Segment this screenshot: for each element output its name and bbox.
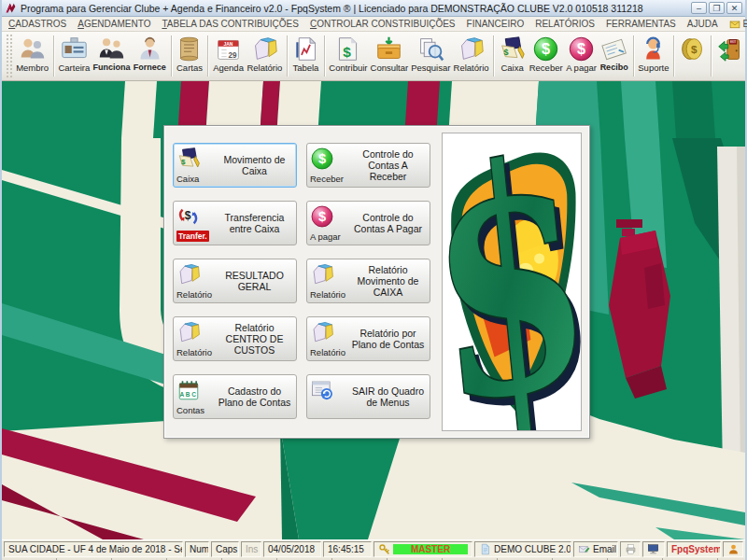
dollar-shield-art: $ $ xyxy=(443,133,581,430)
dialog-button-relatorio-movimento-caixa[interactable]: RelatórioRelatório Movimento de CAIXA xyxy=(306,259,430,303)
dialog-button-label: Relatório CENTRO DE CUSTOS xyxy=(216,319,293,358)
staff-icon xyxy=(98,34,125,63)
toolbar-separator xyxy=(673,35,674,77)
svg-text:$: $ xyxy=(577,40,585,57)
dialog-button-contas-a-pagar[interactable]: $A pagarControle do Contas A Pagar xyxy=(306,201,430,245)
status-city-date-text: SUA CIDADE - UF 4 de Maio de 2018 - Sext… xyxy=(8,544,183,554)
menu-item-ferramentas[interactable]: FERRAMENTAS xyxy=(601,17,681,31)
toolbar-button-caixa[interactable]: $Caixa xyxy=(497,32,528,80)
desktop-background: $CaixaMovimento de Caixa$ReceberControle… xyxy=(2,81,745,539)
toolbar-button-tabela[interactable]: Tabela xyxy=(290,32,321,80)
abc-calendar-icon: ABC xyxy=(176,378,201,402)
toolbar-button-moeda[interactable]: $ xyxy=(677,32,708,80)
titlebar: Programa para Gerenciar Clube + Agenda e… xyxy=(2,0,745,17)
dialog-button-caption: Relatório xyxy=(310,348,345,357)
toolbar-button-pesquisar[interactable]: Pesquisar xyxy=(410,32,452,80)
menu-item-relatorios[interactable]: RELATÓRIOS xyxy=(530,17,599,31)
menu-item-ajuda[interactable]: AJUDA xyxy=(683,17,723,31)
toolbar-button-suporte[interactable]: Suporte xyxy=(636,32,670,80)
toolbar-button-agenda[interactable]: JAN29Agenda xyxy=(211,32,245,80)
menu-item-label: FERRAMENTAS xyxy=(606,19,676,29)
status-client-name: DEMO CLUBE 2.0 xyxy=(474,541,571,557)
app-logo-icon xyxy=(5,2,17,14)
people-icon xyxy=(19,34,46,63)
menu-item-tabela-das-contribuicoes[interactable]: TABELA DAS CONTRIBUIÇÕES xyxy=(157,17,303,31)
toolbar-button-funciona[interactable]: Funciona xyxy=(92,32,132,80)
keys-icon xyxy=(378,543,390,555)
svg-text:ABC: ABC xyxy=(180,391,198,398)
toolbar-button-receber[interactable]: $Receber xyxy=(528,32,564,80)
toolbar-button-carteira[interactable]: Carteira xyxy=(57,32,92,80)
toolbar-button-relatorio-contrib[interactable]: Relatório xyxy=(452,32,490,80)
dialog-button-caption: Relatório xyxy=(176,290,212,300)
menu-item-email[interactable]: E-MAIL xyxy=(725,17,747,31)
dialog-button-contas-a-receber[interactable]: $ReceberControle do Contas A Receber xyxy=(306,143,430,188)
dialog-button-icon-area: $A pagar xyxy=(310,203,347,243)
toolbar-button-a-pagar[interactable]: $A pagar xyxy=(564,32,598,80)
toolbar-button-membro[interactable]: Membro xyxy=(14,32,49,80)
status-time: 16:45:15 xyxy=(323,541,372,557)
toolbar-separator xyxy=(207,35,208,77)
coin-icon: $ xyxy=(679,34,706,63)
transfer-icon: $ xyxy=(176,204,201,229)
dialog-button-grid: $CaixaMovimento de Caixa$ReceberControle… xyxy=(173,143,430,419)
toolbar-separator xyxy=(711,35,712,77)
status-brand-text: FpqSystem xyxy=(671,544,721,554)
support-icon xyxy=(640,34,667,63)
restore-button[interactable]: ❐ xyxy=(709,2,725,14)
toolbar-button-label: Agenda xyxy=(213,63,244,73)
dialog-button-sair-quadro-menus[interactable]: SAIR do Quadro de Menus xyxy=(306,374,430,419)
toolbar-button-label: A pagar xyxy=(566,63,597,73)
toolbar-button-label: Membro xyxy=(16,63,49,73)
toolbar-button-cartas[interactable]: Cartas xyxy=(175,32,205,80)
dialog-button-icon-area: Relatório xyxy=(310,261,347,301)
toolbar-button-label: Pesquisar xyxy=(411,63,450,73)
toolbar-button-label: Suporte xyxy=(638,63,669,73)
menu-item-cadastros[interactable]: CADASTROS xyxy=(4,17,71,31)
dialog-button-caption: A pagar xyxy=(310,232,341,242)
dialog-button-transferencia-entre-caixa[interactable]: $Tranfer.Transferencia entre Caixa xyxy=(173,201,297,245)
toolbar: MembroCarteiraFuncionaForneceCartasJAN29… xyxy=(2,32,745,81)
toolbar-button-sair[interactable]: EXIT xyxy=(714,32,745,80)
dialog-button-movimento-de-caixa[interactable]: $CaixaMovimento de Caixa xyxy=(173,143,297,188)
menu-item-financeiro[interactable]: FINANCEIRO xyxy=(462,17,529,31)
table-icon xyxy=(292,34,319,63)
toolbar-gripper[interactable] xyxy=(6,35,12,77)
dollar-shield-image: $ $ xyxy=(442,133,582,431)
minimize-button[interactable]: – xyxy=(691,2,707,14)
dialog-button-caption: Relatório xyxy=(176,348,212,357)
status-client-name-text: DEMO CLUBE 2.0 xyxy=(494,544,571,554)
close-button[interactable]: ✕ xyxy=(726,2,742,14)
svg-text:$: $ xyxy=(542,40,550,57)
pink-dollar-icon: $ xyxy=(310,204,334,229)
svg-text:$: $ xyxy=(318,209,326,224)
statusbar: SUA CIDADE - UF 4 de Maio de 2018 - Sext… xyxy=(2,539,745,558)
dialog-button-resultado-geral[interactable]: RelatórioRESULTADO GERAL xyxy=(173,259,297,303)
status-network xyxy=(642,541,665,557)
toolbar-button-consultar[interactable]: Consultar xyxy=(369,32,410,80)
status-caps-lock: Caps xyxy=(211,541,239,557)
toolbar-button-recibo[interactable]: Recibo xyxy=(599,32,630,80)
dialog-button-relatorio-plano-contas[interactable]: RelatórioRelatório por Plano de Contas xyxy=(306,316,430,361)
status-email: Email xyxy=(573,541,618,557)
toolbar-button-label: Fornece xyxy=(134,63,166,73)
menu-item-agendamento[interactable]: AGENDAMENTO xyxy=(73,17,155,31)
dialog-button-relatorio-centro-custos[interactable]: RelatórioRelatório CENTRO DE CUSTOS xyxy=(173,316,297,361)
id-card-icon xyxy=(61,34,88,63)
dialog-button-cadastro-plano-contas[interactable]: ABCContasCadastro do Plano de Contas xyxy=(173,374,297,419)
toolbar-button-fornece[interactable]: Fornece xyxy=(132,32,167,80)
svg-text:$: $ xyxy=(443,133,581,430)
dialog-button-caption: Relatório xyxy=(310,290,345,300)
toolbar-separator xyxy=(324,35,325,77)
status-date: 04/05/2018 xyxy=(263,541,321,557)
toolbar-button-relatorio-agenda[interactable]: Relatório xyxy=(246,32,284,80)
toolbar-button-contribuir[interactable]: $Contribuir xyxy=(328,32,369,80)
menu-item-controlar-constribuicoes[interactable]: CONTROLAR CONSTRIBUIÇÕES xyxy=(305,17,460,31)
dialog-button-icon-area: ABCContas xyxy=(176,377,214,416)
svg-text:$: $ xyxy=(503,48,508,57)
dialog-button-label: Movimento de Caixa xyxy=(216,146,293,185)
consult-icon xyxy=(375,34,402,63)
dialog-button-label: Controle do Contas A Receber xyxy=(349,146,427,185)
dialog-button-label: RESULTADO GERAL xyxy=(216,261,293,301)
toolbar-separator xyxy=(171,35,172,77)
